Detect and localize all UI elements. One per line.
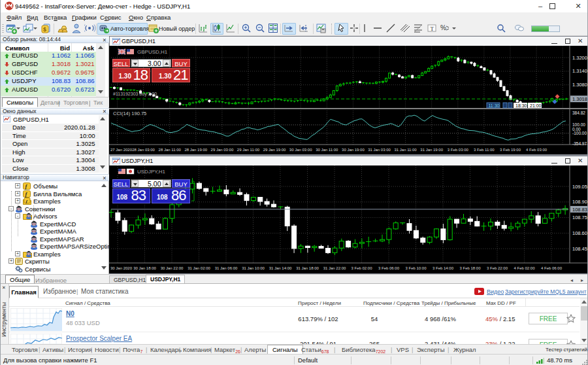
svg-text:-354.97: -354.97 xyxy=(572,141,587,146)
svg-text:31 Jan 19:00: 31 Jan 19:00 xyxy=(420,148,443,152)
svg-text:108.60: 108.60 xyxy=(572,230,587,236)
svg-text:#113192303 buy 3.00: #113192303 buy 3.00 xyxy=(113,92,157,97)
svg-text:109.05: 109.05 xyxy=(572,184,587,190)
svg-text:USDJPY,H1: USDJPY,H1 xyxy=(137,169,166,175)
svg-text:30 Jan 22:00: 30 Jan 22:00 xyxy=(161,266,184,270)
svg-text:30 Jan 2020: 30 Jan 2020 xyxy=(110,266,133,270)
svg-text:29 Jan 03:00: 29 Jan 03:00 xyxy=(211,148,234,152)
svg-text:28 Jan 03:00: 28 Jan 03:00 xyxy=(132,148,155,152)
svg-text:4 Feb 03:00: 4 Feb 03:00 xyxy=(526,148,547,152)
svg-text:3 Feb 11:00: 3 Feb 11:00 xyxy=(474,148,495,152)
svg-text:$: $ xyxy=(43,26,46,33)
svg-text:3 Feb 06:00: 3 Feb 06:00 xyxy=(378,266,400,270)
svg-text:21:00: 21:00 xyxy=(530,103,542,108)
svg-text:31 Jan 14:00: 31 Jan 14:00 xyxy=(269,266,292,270)
svg-text:384.82: 384.82 xyxy=(572,111,585,115)
svg-text:CCI(14) 190.75: CCI(14) 190.75 xyxy=(113,111,146,116)
svg-text:3 Feb 19:00: 3 Feb 19:00 xyxy=(500,148,521,152)
svg-text:T: T xyxy=(431,26,434,32)
svg-text:GBPUSD,H1: GBPUSD,H1 xyxy=(137,49,168,55)
svg-text:4 Feb 02:00: 4 Feb 02:00 xyxy=(514,266,535,270)
svg-text:31 Jan 02:00: 31 Jan 02:00 xyxy=(188,266,210,270)
svg-text:108.75: 108.75 xyxy=(572,215,587,220)
svg-text:3 Feb 03:00: 3 Feb 03:00 xyxy=(448,148,469,152)
svg-text:11:30: 11:30 xyxy=(489,103,500,108)
svg-text:30 Jan 03:00: 30 Jan 03:00 xyxy=(289,148,312,152)
svg-text:31 Jan 10:00: 31 Jan 10:00 xyxy=(242,266,265,270)
svg-text:27 Jan 2020: 27 Jan 2020 xyxy=(110,148,133,152)
svg-text:30 Jan 18:00: 30 Jan 18:00 xyxy=(133,266,156,270)
svg-text:3 Feb 18:00: 3 Feb 18:00 xyxy=(459,266,481,270)
svg-text:3 Feb 02:00: 3 Feb 02:00 xyxy=(351,266,372,270)
svg-text:4 Feb 06:00: 4 Feb 06:00 xyxy=(541,266,563,270)
svg-text:1.3140: 1.3140 xyxy=(572,68,587,74)
svg-text:31 Jan 18:00: 31 Jan 18:00 xyxy=(296,266,319,270)
svg-text:1.3080: 1.3080 xyxy=(572,82,587,88)
svg-text:18:30: 18:30 xyxy=(515,103,527,108)
svg-text:-100.00: -100.00 xyxy=(572,131,587,135)
svg-text:31 Jan 22:00: 31 Jan 22:00 xyxy=(323,266,346,270)
svg-text:28 Jan 11:00: 28 Jan 11:00 xyxy=(159,148,182,152)
svg-text:108.83: 108.83 xyxy=(572,207,587,213)
svg-text:30 Jan 11:00: 30 Jan 11:00 xyxy=(316,148,338,152)
svg-text:28 Jan 19:00: 28 Jan 19:00 xyxy=(184,148,207,152)
svg-text:108.90: 108.90 xyxy=(572,199,587,205)
svg-text:30 Jan 19:00: 30 Jan 19:00 xyxy=(342,148,365,152)
svg-text:108.45: 108.45 xyxy=(572,246,587,252)
svg-text:3 Feb 22:00: 3 Feb 22:00 xyxy=(487,266,508,270)
svg-text:3 Feb 10:00: 3 Feb 10:00 xyxy=(405,266,427,270)
svg-text:1.3200: 1.3200 xyxy=(572,55,587,61)
svg-text:31 Jan 03:00: 31 Jan 03:00 xyxy=(368,148,391,152)
svg-text:1.3018: 1.3018 xyxy=(572,96,587,102)
svg-text:29 Jan 19:00: 29 Jan 19:00 xyxy=(263,148,286,152)
svg-text:31 Jan 06:00: 31 Jan 06:00 xyxy=(215,266,238,270)
svg-text:3 Feb 14:00: 3 Feb 14:00 xyxy=(433,266,454,270)
svg-text:%: % xyxy=(440,24,446,31)
svg-text:29 Jan 11:00: 29 Jan 11:00 xyxy=(237,148,260,152)
svg-text:31 Jan 11:00: 31 Jan 11:00 xyxy=(394,148,417,152)
